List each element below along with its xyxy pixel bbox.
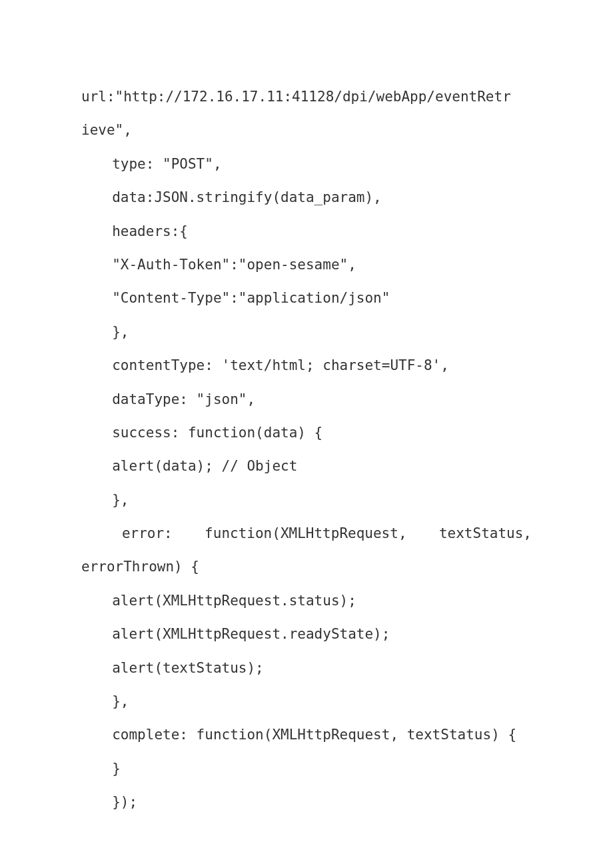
code-line: alert(textStatus);: [81, 651, 532, 685]
code-line: },: [81, 685, 532, 718]
code-line: success: function(data) {: [81, 416, 532, 449]
code-line: error: function(XMLHttpRequest, textStat…: [81, 517, 532, 550]
code-line: },: [81, 315, 532, 349]
code-line: contentType: 'text/html; charset=UTF-8',: [81, 349, 532, 382]
code-line: });: [81, 785, 532, 819]
code-line: errorThrown) {: [81, 550, 532, 583]
document-page: url:"http://172.16.17.11:41128/dpi/webAp…: [0, 0, 613, 868]
code-line: },: [81, 483, 532, 517]
code-line: data:JSON.stringify(data_param),: [81, 181, 532, 214]
code-line: "X-Auth-Token":"open-sesame",: [81, 248, 532, 281]
code-line: alert(data); // Object: [81, 449, 532, 483]
code-block: url:"http://172.16.17.11:41128/dpi/webAp…: [81, 80, 532, 819]
code-line: }: [81, 752, 532, 785]
code-line: alert(XMLHttpRequest.status);: [81, 584, 532, 617]
code-line: headers:{: [81, 215, 532, 248]
code-line: url:"http://172.16.17.11:41128/dpi/webAp…: [81, 80, 532, 113]
code-line: complete: function(XMLHttpRequest, textS…: [81, 718, 532, 751]
code-line: type: "POST",: [81, 147, 532, 181]
code-line: ieve",: [81, 113, 532, 147]
code-line: dataType: "json",: [81, 383, 532, 416]
code-line: "Content-Type":"application/json": [81, 281, 532, 315]
code-line: alert(XMLHttpRequest.readyState);: [81, 617, 532, 651]
